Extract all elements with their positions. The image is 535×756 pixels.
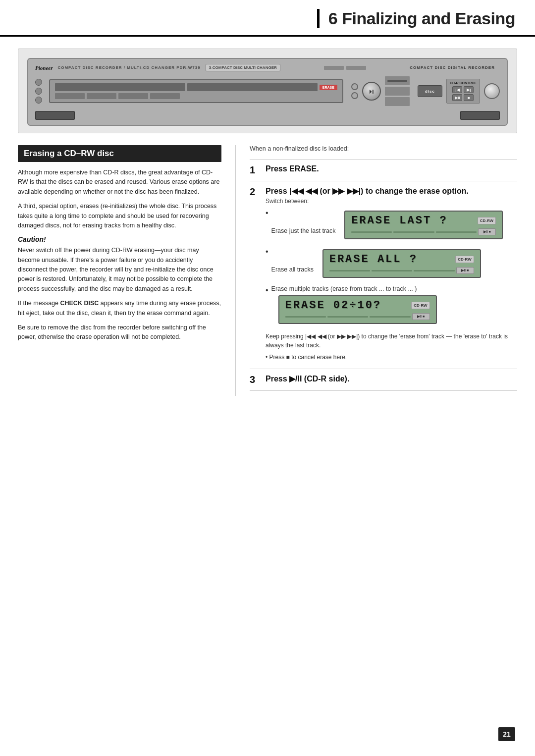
when-loaded-text: When a non-finalized disc is loaded:: [250, 145, 517, 152]
main-content: Erasing a CD–RW disc Although more expen…: [0, 145, 535, 396]
page-header: 6 Finalizing and Erasing: [0, 0, 535, 37]
caution-text: Never switch off the power during CD-RW …: [18, 246, 221, 294]
left-para3: If the message CHECK DISC appears any ti…: [18, 299, 221, 318]
bullet-item-3: • Erase multiple tracks (erase from trac…: [266, 285, 517, 328]
bullet-dot-1: •: [266, 208, 268, 217]
step3-content: Press ▶/II (CD-R side).: [266, 374, 517, 383]
disc-transport[interactable]: ⏯: [362, 82, 381, 101]
next-btn[interactable]: ▶|: [464, 86, 474, 93]
lcd-side-panel-1: ▶II ■: [478, 228, 496, 235]
step2-title: Press |◀◀ ◀◀ (or ▶▶ ▶▶|) to change the e…: [266, 186, 517, 196]
right-side-btn[interactable]: [484, 83, 500, 99]
step2-extra-text: Keep pressing |◀◀ ◀◀ (or ▶▶ ▶▶|) to chan…: [266, 332, 517, 350]
lcd-badge-2: CD-RW: [455, 256, 474, 263]
lcd-badge-3: CD-RW: [411, 302, 429, 309]
lcd-badge-1: CD-RW: [478, 217, 496, 224]
bullet-item-1: • Erase just the last track ERASE LAST ?…: [266, 208, 517, 243]
play-pause-btn[interactable]: ▶II: [452, 94, 462, 101]
left-para4: Be sure to remove the disc from the reco…: [18, 323, 221, 342]
bullet-text-2: Erase all tracks: [271, 266, 314, 273]
step3-title: Press ▶/II (CD-R side).: [266, 374, 517, 383]
bullet-text-3: Erase multiple tracks (erase from track …: [271, 285, 417, 292]
recorder-label: COMPACT DISC DIGITAL RECORDER: [410, 65, 495, 70]
left-para1: Although more expensive than CD-R discs,…: [18, 168, 221, 197]
left-para2: A third, special option, erases (re-init…: [18, 202, 221, 230]
step2-row: 2 Press |◀◀ ◀◀ (or ▶▶ ▶▶|) to change the…: [250, 186, 517, 369]
step3-num: 3: [250, 374, 261, 385]
lcd-side-panel-2: ▶II ■: [456, 267, 474, 274]
stop-btn[interactable]: ■: [464, 94, 474, 101]
bottom-right-btn[interactable]: [460, 111, 500, 120]
bullet-dot-3: •: [266, 285, 268, 295]
lcd-text-3: ERASE 02÷10?: [285, 299, 381, 312]
bullet-item-2: • Erase all tracks ERASE ALL ? CD-RW ▶II…: [266, 246, 517, 282]
pioneer-logo: Pioneer: [35, 65, 53, 71]
step1-title: Press ERASE.: [266, 164, 517, 173]
bullet-text-1: Erase just the last track: [271, 227, 336, 234]
lcd-display-3: ERASE 02÷10? CD-RW ▶II ■: [278, 295, 437, 324]
erase-button[interactable]: ERASE: [320, 85, 337, 90]
bottom-left-btn[interactable]: [35, 111, 75, 120]
step3-row: 3 Press ▶/II (CD-R side).: [250, 374, 517, 391]
lcd-text-2: ERASE ALL ?: [329, 253, 418, 266]
lcd-display-2: ERASE ALL ? CD-RW ▶II ■: [322, 249, 481, 278]
changer-label: 3-COMPACT DISC MULTI CHANGER: [206, 64, 280, 71]
step1-num: 1: [250, 164, 261, 176]
device-image-area: Pioneer COMPACT DISC RECORDER / MULTI-CD…: [18, 49, 517, 133]
disc-logo: disc: [418, 85, 442, 97]
caution-title: Caution!: [18, 235, 221, 243]
step1-row: 1 Press ERASE.: [250, 164, 517, 181]
step2-num: 2: [250, 186, 261, 198]
switch-between-text: Switch between:: [266, 198, 517, 205]
lcd-side-panel-3: ▶II ■: [412, 313, 430, 320]
prev-btn[interactable]: |◀: [452, 86, 462, 93]
lcd-text-1: ERASE LAST ?: [351, 215, 447, 227]
right-column: When a non-finalized disc is loaded: 1 P…: [236, 145, 517, 396]
page-title: 6 Finalizing and Erasing: [317, 9, 515, 28]
cd-r-label: CD-R CONTROL: [450, 81, 477, 85]
device-mid-row: ERASE ⏯: [35, 76, 500, 106]
check-disc-bold: CHECK DISC: [60, 300, 99, 307]
step1-content: Press ERASE.: [266, 164, 517, 173]
device-model: COMPACT DISC RECORDER / MULTI-CD CHANGER…: [57, 65, 200, 70]
left-column: Erasing a CD–RW disc Although more expen…: [18, 145, 236, 396]
bullet-dot-2: •: [266, 247, 268, 256]
device-box: Pioneer COMPACT DISC RECORDER / MULTI-CD…: [27, 58, 508, 126]
device-top-bar: Pioneer COMPACT DISC RECORDER / MULTI-CD…: [35, 64, 500, 71]
page-number: 21: [498, 727, 515, 741]
cd-r-control-panel: CD-R CONTROL |◀ ▶| ▶II ■: [446, 79, 480, 104]
cancel-text: • Press ■ to cancel erase here.: [266, 354, 517, 361]
disc-text: disc: [425, 89, 435, 94]
lcd-display-1: ERASE LAST ? CD-RW ▶II ■: [344, 211, 503, 239]
section-header: Erasing a CD–RW disc: [18, 145, 221, 162]
device-bottom-row: [35, 111, 500, 120]
step2-content: Press |◀◀ ◀◀ (or ▶▶ ▶▶|) to change the e…: [266, 186, 517, 364]
